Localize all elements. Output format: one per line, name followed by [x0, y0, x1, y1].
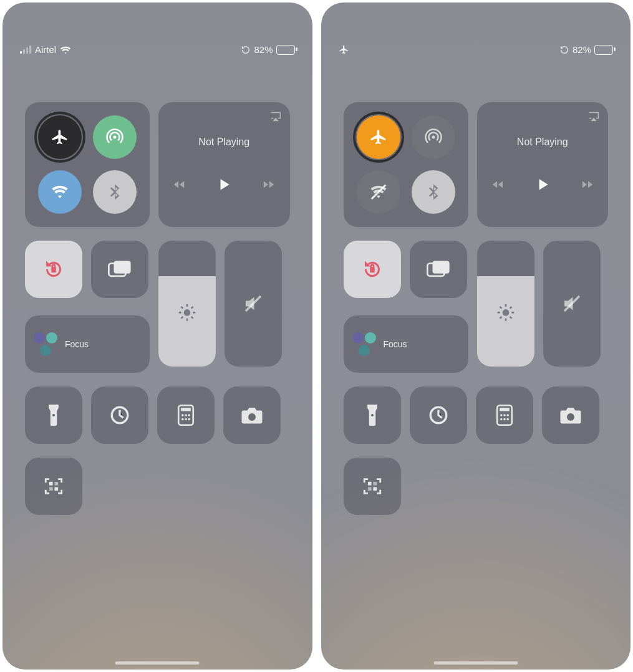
rotation-lock-toggle[interactable]: [25, 241, 82, 298]
wifi-icon: [51, 183, 69, 201]
volume-slider[interactable]: [225, 241, 282, 367]
battery-percent: 82%: [254, 44, 273, 55]
screenshot-right: 82%: [321, 2, 631, 670]
bluetooth-icon: [105, 183, 124, 201]
flashlight-icon: [364, 405, 380, 426]
cellular-data-toggle[interactable]: [93, 115, 137, 159]
calculator-icon: [177, 405, 195, 426]
rewind-button[interactable]: [491, 178, 505, 191]
svg-point-24: [248, 413, 256, 421]
wifi-toggle[interactable]: [38, 170, 82, 214]
svg-point-52: [503, 418, 506, 421]
antenna-icon: [105, 128, 124, 146]
forward-button[interactable]: [581, 178, 594, 191]
svg-point-29: [432, 136, 435, 139]
svg-point-51: [500, 418, 502, 421]
svg-rect-58: [373, 487, 377, 491]
svg-point-19: [185, 414, 187, 416]
camera-button[interactable]: [223, 386, 281, 444]
rewind-button[interactable]: [172, 178, 186, 191]
timer-icon: [109, 405, 130, 426]
sun-icon: [496, 302, 516, 322]
bluetooth-toggle[interactable]: [93, 170, 137, 214]
cellular-data-toggle[interactable]: [412, 115, 455, 159]
svg-rect-17: [181, 408, 191, 411]
airplane-mode-toggle[interactable]: [38, 115, 82, 159]
camera-button[interactable]: [542, 386, 599, 444]
timer-button[interactable]: [91, 386, 148, 444]
svg-point-49: [503, 414, 506, 416]
flashlight-button[interactable]: [344, 386, 401, 444]
timer-button[interactable]: [410, 386, 467, 444]
battery-percent: 82%: [573, 44, 591, 55]
connectivity-group[interactable]: [344, 102, 468, 227]
media-controls[interactable]: Not Playing: [158, 102, 290, 227]
screen-mirroring-button[interactable]: [410, 241, 467, 298]
brightness-slider[interactable]: [158, 241, 216, 367]
play-button[interactable]: [216, 176, 232, 193]
home-indicator[interactable]: [433, 661, 518, 665]
svg-point-44: [370, 414, 373, 416]
home-indicator[interactable]: [115, 661, 200, 665]
carrier-label: Airtel: [35, 44, 56, 55]
svg-point-23: [188, 418, 190, 421]
svg-rect-47: [500, 408, 510, 411]
timer-icon: [428, 405, 449, 426]
calculator-button[interactable]: [157, 386, 215, 444]
camera-icon: [559, 406, 582, 425]
control-center: Not Playing: [25, 102, 290, 515]
screen-mirroring-button[interactable]: [91, 241, 148, 298]
svg-rect-57: [367, 487, 371, 491]
wifi-status-icon: [60, 46, 71, 54]
status-bar: 82%: [321, 2, 631, 55]
svg-point-54: [567, 413, 574, 421]
focus-modes-icon: [34, 332, 57, 356]
bluetooth-icon: [424, 183, 443, 201]
qr-scanner-button[interactable]: [25, 458, 82, 515]
svg-point-48: [500, 414, 502, 416]
volume-slider[interactable]: [543, 241, 601, 367]
svg-point-34: [502, 309, 509, 316]
airplane-mode-toggle[interactable]: [357, 115, 400, 159]
now-playing-label: Not Playing: [517, 137, 568, 148]
flashlight-icon: [46, 405, 62, 426]
wifi-toggle[interactable]: [357, 170, 400, 214]
svg-rect-28: [54, 487, 58, 491]
airplay-icon[interactable]: [269, 110, 283, 123]
svg-point-21: [181, 418, 184, 421]
focus-button[interactable]: Focus: [344, 315, 468, 373]
rotation-lock-toggle[interactable]: [344, 241, 401, 298]
svg-rect-55: [367, 482, 371, 486]
sun-icon: [177, 302, 197, 322]
screen-mirror-icon: [108, 259, 132, 279]
svg-rect-25: [49, 482, 53, 486]
svg-point-50: [506, 414, 509, 416]
speaker-mute-icon: [242, 292, 264, 315]
qr-scanner-button[interactable]: [344, 458, 401, 515]
svg-line-41: [510, 307, 511, 309]
airplane-status-icon: [339, 44, 349, 55]
connectivity-group[interactable]: [25, 102, 150, 227]
antenna-icon: [424, 128, 443, 146]
focus-button[interactable]: Focus: [25, 315, 150, 373]
svg-point-4: [184, 309, 191, 316]
airplay-icon[interactable]: [587, 110, 601, 123]
media-controls[interactable]: Not Playing: [477, 102, 609, 227]
flashlight-button[interactable]: [25, 386, 82, 444]
svg-line-10: [191, 317, 193, 319]
forward-button[interactable]: [262, 178, 276, 191]
focus-label: Focus: [384, 339, 407, 349]
bluetooth-toggle[interactable]: [412, 170, 455, 214]
calculator-button[interactable]: [476, 386, 533, 444]
svg-point-0: [114, 136, 117, 139]
rotation-lock-icon: [42, 258, 65, 281]
play-button[interactable]: [534, 176, 551, 193]
orientation-lock-status-icon: [559, 45, 569, 55]
svg-line-11: [191, 307, 193, 309]
highlight-ring: [353, 112, 404, 163]
svg-line-40: [510, 317, 511, 319]
battery-icon: [276, 45, 295, 55]
svg-rect-3: [114, 261, 131, 273]
brightness-slider[interactable]: [477, 241, 534, 367]
highlight-ring: [34, 112, 85, 163]
